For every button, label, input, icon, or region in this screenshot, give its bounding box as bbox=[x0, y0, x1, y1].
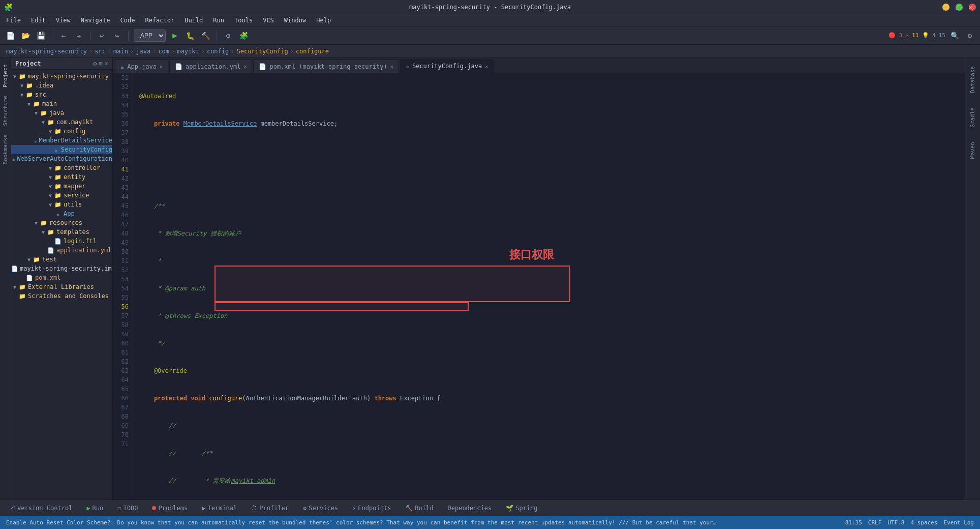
warnings-badge[interactable]: ⚠ 11 bbox=[905, 32, 919, 39]
panel-settings-icon[interactable]: ⚙ bbox=[93, 60, 97, 67]
code-lines[interactable]: @Autowired private MemberDetailsService … bbox=[133, 73, 965, 499]
tab-close-pom[interactable]: ✕ bbox=[390, 64, 393, 69]
build-tab[interactable]: 🔨 Build bbox=[401, 504, 437, 513]
menu-view[interactable]: View bbox=[52, 16, 75, 25]
bookmarks-tab[interactable]: Bookmarks bbox=[0, 130, 11, 169]
hints-badge[interactable]: 💡 4 bbox=[922, 32, 936, 39]
tree-item-7[interactable]: ☕MemberDetailsService bbox=[11, 136, 112, 145]
menu-build[interactable]: Build bbox=[180, 16, 207, 25]
tree-item-6[interactable]: ▼📁config bbox=[11, 127, 112, 136]
tree-item-8[interactable]: ☕SecurityConfig bbox=[11, 145, 112, 154]
debug-button[interactable]: 🐛 bbox=[184, 30, 196, 42]
breadcrumb-mayikt[interactable]: mayikt bbox=[177, 48, 199, 55]
menu-file[interactable]: File bbox=[2, 16, 25, 25]
gradle-tab[interactable]: Gradle bbox=[967, 103, 978, 132]
breadcrumb-config[interactable]: config bbox=[207, 48, 229, 55]
tree-item-22[interactable]: 📄pom.xml bbox=[11, 273, 112, 282]
build-button[interactable]: 🔨 bbox=[199, 30, 211, 42]
menu-run[interactable]: Run bbox=[209, 16, 228, 25]
save-button[interactable]: 💾 bbox=[35, 30, 47, 42]
settings-button[interactable]: ⚙ bbox=[222, 30, 234, 42]
close-button[interactable]: ✕ bbox=[969, 4, 976, 11]
tree-item-4[interactable]: ▼📁java bbox=[11, 108, 112, 117]
profiler-tab[interactable]: ⏱ Profiler bbox=[247, 504, 293, 513]
tree-item-14[interactable]: ▼📁utils bbox=[11, 200, 112, 209]
endpoints-tab[interactable]: ⚡ Endpoints bbox=[348, 504, 395, 513]
tab-application-yml[interactable]: 📄 application.yml ✕ bbox=[169, 60, 252, 73]
plugins-button[interactable]: 🧩 bbox=[237, 30, 250, 42]
breadcrumb-configure[interactable]: configure bbox=[296, 48, 329, 55]
maven-tab[interactable]: Maven bbox=[967, 138, 978, 163]
tab-pom-xml[interactable]: 📄 pom.xml (mayikt-spring-security) ✕ bbox=[253, 60, 399, 73]
tree-item-19[interactable]: 📄application.yml bbox=[11, 246, 112, 255]
undo-button[interactable]: ↩ bbox=[96, 30, 108, 42]
tree-item-5[interactable]: ▼📁com.mayikt bbox=[11, 117, 112, 127]
tree-item-2[interactable]: ▼📁src bbox=[11, 90, 112, 99]
event-log[interactable]: Event Log bbox=[943, 519, 974, 526]
tree-item-11[interactable]: ▼📁entity bbox=[11, 172, 112, 182]
redo-button[interactable]: ↪ bbox=[111, 30, 123, 42]
tab-close-security[interactable]: ✕ bbox=[485, 64, 488, 69]
code-editor[interactable]: 31 32 33 34 35 36 37 38 39 40 41 42 43 4… bbox=[113, 73, 965, 499]
problems-tab[interactable]: Problems bbox=[148, 504, 192, 513]
menu-window[interactable]: Window bbox=[280, 16, 310, 25]
tree-item-1[interactable]: ▼📁.idea bbox=[11, 81, 112, 90]
menu-help[interactable]: Help bbox=[312, 16, 335, 25]
minimize-button[interactable]: − bbox=[942, 4, 950, 11]
tab-app-java[interactable]: ☕ App.java ✕ bbox=[115, 60, 168, 73]
charset[interactable]: UTF-8 bbox=[887, 519, 904, 526]
tab-close-yml[interactable]: ✕ bbox=[243, 64, 247, 69]
panel-close-icon[interactable]: ✕ bbox=[105, 60, 108, 67]
tree-item-12[interactable]: ▼📁mapper bbox=[11, 182, 112, 191]
errors-badge[interactable]: 🔴 3 bbox=[889, 32, 902, 39]
tree-item-18[interactable]: 📄login.ftl bbox=[11, 237, 112, 246]
breadcrumb-securityconfig[interactable]: SecurityConfig bbox=[237, 48, 288, 55]
panel-expand-icon[interactable]: ⊞ bbox=[99, 60, 103, 67]
breadcrumb-com[interactable]: com bbox=[158, 48, 169, 55]
tree-item-15[interactable]: ☕App bbox=[11, 209, 112, 218]
tree-item-21[interactable]: 📄mayikt-spring-security.iml bbox=[11, 264, 112, 273]
database-tab[interactable]: Database bbox=[967, 62, 978, 97]
cursor-position[interactable]: 81:35 bbox=[845, 519, 862, 526]
tree-item-16[interactable]: ▼📁resources bbox=[11, 218, 112, 227]
tab-close-app[interactable]: ✕ bbox=[160, 64, 163, 69]
ide-settings-button[interactable]: ⚙ bbox=[964, 30, 976, 42]
menu-tools[interactable]: Tools bbox=[230, 16, 257, 25]
menu-refactor[interactable]: Refactor bbox=[141, 16, 178, 25]
new-file-button[interactable]: 📄 bbox=[4, 30, 16, 42]
breadcrumb-main[interactable]: main bbox=[113, 48, 128, 55]
tree-item-10[interactable]: ▼📁controller bbox=[11, 163, 112, 172]
open-button[interactable]: 📂 bbox=[19, 30, 32, 42]
tree-item-9[interactable]: ☕WebServerAutoConfiguration bbox=[11, 154, 112, 163]
indent-setting[interactable]: 4 spaces bbox=[910, 519, 937, 526]
breadcrumb-root[interactable]: mayikt-spring-security bbox=[6, 48, 87, 55]
tree-item-23[interactable]: ▼📁External Libraries bbox=[11, 282, 112, 291]
terminal-tab[interactable]: ▶ Terminal bbox=[198, 504, 241, 513]
menu-code[interactable]: Code bbox=[116, 16, 139, 25]
menu-edit[interactable]: Edit bbox=[27, 16, 50, 25]
breadcrumb-src[interactable]: src bbox=[95, 48, 106, 55]
run-tab[interactable]: ▶ Run bbox=[82, 504, 107, 513]
search-everywhere-button[interactable]: 🔍 bbox=[948, 30, 961, 42]
breadcrumb-java[interactable]: java bbox=[136, 48, 150, 55]
tree-item-20[interactable]: ▼📁test bbox=[11, 255, 112, 264]
maximize-button[interactable]: □ bbox=[956, 4, 963, 11]
tree-item-0[interactable]: ▼📁mayikt-spring-security bbox=[11, 72, 112, 81]
services-tab[interactable]: ⚙ Services bbox=[299, 504, 342, 513]
version-control-tab[interactable]: ⎇ Version Control bbox=[4, 504, 76, 513]
spring-tab[interactable]: 🌱 Spring bbox=[502, 504, 541, 513]
tab-securityconfig-java[interactable]: ☕ SecurityConfig.java ✕ bbox=[400, 60, 494, 73]
project-tab[interactable]: Project bbox=[0, 60, 11, 92]
tree-item-13[interactable]: ▼📁service bbox=[11, 191, 112, 200]
menu-navigate[interactable]: Navigate bbox=[77, 16, 114, 25]
forward-button[interactable]: → bbox=[73, 30, 85, 42]
structure-tab[interactable]: Structure bbox=[0, 92, 11, 130]
run-config-select[interactable]: APP bbox=[134, 30, 166, 42]
tree-item-3[interactable]: ▼📁main bbox=[11, 99, 112, 108]
run-button[interactable]: ▶ bbox=[169, 30, 181, 42]
menu-vcs[interactable]: VCS bbox=[259, 16, 278, 25]
todo-tab[interactable]: ☐ TODO bbox=[113, 504, 142, 513]
dependencies-tab[interactable]: Dependencies bbox=[443, 504, 496, 513]
line-endings[interactable]: CRLF bbox=[868, 519, 882, 526]
back-button[interactable]: ← bbox=[57, 30, 70, 42]
